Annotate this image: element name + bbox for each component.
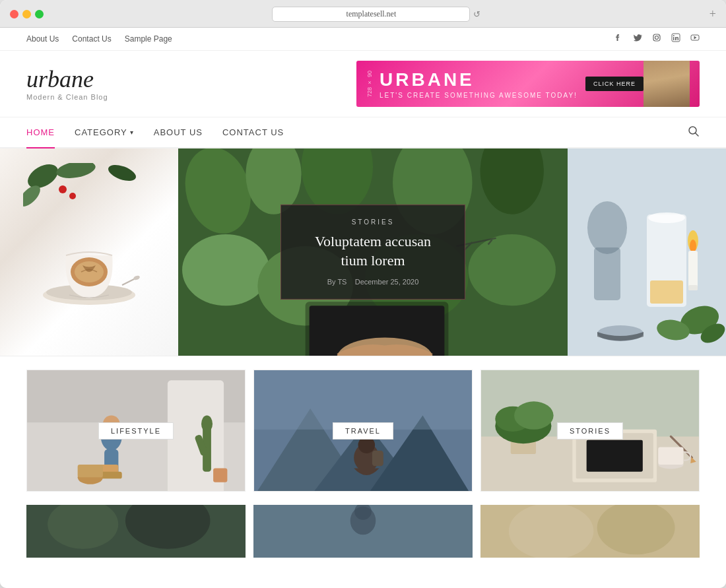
facebook-icon[interactable] xyxy=(614,33,623,45)
author-name[interactable]: TS xyxy=(337,278,346,286)
category-card-travel[interactable]: TRAVEL xyxy=(253,370,473,492)
svg-point-37 xyxy=(587,201,627,254)
by-label: By xyxy=(327,278,336,286)
model-silhouette xyxy=(644,61,690,107)
category-card-stories[interactable]: STORIES xyxy=(480,370,700,492)
svg-rect-82 xyxy=(587,440,643,472)
svg-point-79 xyxy=(514,401,554,430)
hero-right-image xyxy=(568,148,726,356)
hero-center-image: STORIES Voluptatem accusan tium lorem By… xyxy=(178,148,568,356)
coffee-image xyxy=(0,148,178,356)
address-bar: templatesell.net ↺ xyxy=(50,7,703,22)
svg-point-3 xyxy=(659,35,659,36)
svg-rect-44 xyxy=(688,251,698,290)
featured-meta: By TS December 25, 2020 xyxy=(301,278,445,286)
svg-point-12 xyxy=(55,163,96,181)
traffic-lights xyxy=(10,10,44,18)
post-date: December 25, 2020 xyxy=(355,278,419,286)
banner-tagline: LET'S CREATE SOMETHING AWESOME TODAY! xyxy=(380,92,579,99)
site-header: urbane Modern & Clean Blog 728 × 90 URBA… xyxy=(0,51,726,117)
banner-size: 728 × 90 xyxy=(366,71,373,97)
bottom-image-2 xyxy=(253,505,473,558)
bottom-card-2[interactable] xyxy=(253,505,473,558)
bottom-card-1[interactable] xyxy=(26,505,246,558)
social-icons xyxy=(614,33,700,45)
svg-point-94 xyxy=(509,505,594,558)
bottom-image-3 xyxy=(480,505,700,558)
bottom-card-3[interactable] xyxy=(480,505,700,558)
svg-marker-8 xyxy=(694,36,697,40)
search-icon[interactable] xyxy=(688,125,700,140)
svg-point-13 xyxy=(106,163,138,184)
banner-cta-button[interactable]: CLICK HERE xyxy=(585,77,644,91)
featured-title[interactable]: Voluptatem accusan tium lorem xyxy=(301,232,445,270)
hero-left-image xyxy=(0,148,178,356)
twitter-icon[interactable] xyxy=(633,33,642,45)
logo-tagline: Modern & Clean Blog xyxy=(26,93,108,101)
svg-line-10 xyxy=(696,133,699,136)
hero-grid: STORIES Voluptatem accusan tium lorem By… xyxy=(0,148,726,356)
svg-point-41 xyxy=(648,212,685,223)
site-logo: urbane Modern & Clean Blog xyxy=(26,67,108,101)
svg-rect-45 xyxy=(688,285,698,290)
nav-category[interactable]: CATEGORY ▾ xyxy=(75,117,134,147)
svg-rect-63 xyxy=(213,468,227,482)
banner-model-image xyxy=(644,61,690,107)
logo-name: urbane xyxy=(26,67,108,91)
svg-rect-40 xyxy=(650,280,683,304)
nav-contact[interactable]: CONTACT US xyxy=(222,117,284,147)
linkedin-icon[interactable] xyxy=(671,33,680,45)
youtube-icon[interactable] xyxy=(690,33,700,45)
top-link-contact[interactable]: Contact Us xyxy=(72,34,111,44)
browser-chrome: templatesell.net ↺ + xyxy=(0,0,726,28)
top-bar: About Us Contact Us Sample Page xyxy=(0,28,726,51)
candle-image xyxy=(568,148,726,356)
svg-point-29 xyxy=(182,234,269,306)
banner-brand: URBANE xyxy=(380,69,579,90)
nav-home[interactable]: HOME xyxy=(26,117,55,148)
svg-line-21 xyxy=(122,278,135,285)
bottom-row xyxy=(0,505,726,564)
category-label-travel[interactable]: TRAVEL xyxy=(333,422,393,440)
browser-window: templatesell.net ↺ + About Us Contact Us… xyxy=(0,0,726,588)
site-content: About Us Contact Us Sample Page xyxy=(0,28,726,588)
banner-ad[interactable]: 728 × 90 URBANE LET'S CREATE SOMETHING A… xyxy=(356,61,700,107)
minimize-button[interactable] xyxy=(22,10,31,18)
new-tab-button[interactable]: + xyxy=(710,7,716,21)
dropdown-chevron-icon: ▾ xyxy=(130,129,134,136)
svg-rect-62 xyxy=(78,465,103,477)
top-nav-links: About Us Contact Us Sample Page xyxy=(26,34,172,44)
featured-category: STORIES xyxy=(301,218,445,226)
top-link-about[interactable]: About Us xyxy=(26,34,59,44)
svg-point-59 xyxy=(201,416,213,433)
nav-about[interactable]: ABOUT US xyxy=(154,117,203,147)
svg-point-6 xyxy=(673,35,675,36)
reload-icon[interactable]: ↺ xyxy=(473,9,480,20)
svg-rect-5 xyxy=(673,37,675,40)
banner-text-area: URBANE LET'S CREATE SOMETHING AWESOME TO… xyxy=(373,69,585,99)
url-input[interactable]: templatesell.net xyxy=(272,7,470,22)
svg-point-32 xyxy=(468,234,555,306)
main-nav: HOME CATEGORY ▾ ABOUT US CONTACT US xyxy=(0,117,726,148)
svg-rect-38 xyxy=(594,247,620,300)
close-button[interactable] xyxy=(10,10,18,18)
category-section: LIFESTYLE xyxy=(0,356,726,505)
bottom-image-1 xyxy=(26,505,246,558)
svg-point-22 xyxy=(133,275,140,280)
instagram-icon[interactable] xyxy=(652,33,661,45)
maximize-button[interactable] xyxy=(35,10,44,18)
svg-point-16 xyxy=(69,193,76,199)
svg-rect-86 xyxy=(658,447,683,465)
svg-point-15 xyxy=(59,185,67,193)
top-link-sample[interactable]: Sample Page xyxy=(125,34,172,44)
featured-post-card: STORIES Voluptatem accusan tium lorem By… xyxy=(280,205,465,300)
category-label-stories[interactable]: STORIES xyxy=(557,422,623,440)
svg-point-2 xyxy=(655,36,659,40)
category-card-lifestyle[interactable]: LIFESTYLE xyxy=(26,370,246,492)
category-label-lifestyle[interactable]: LIFESTYLE xyxy=(98,422,174,440)
